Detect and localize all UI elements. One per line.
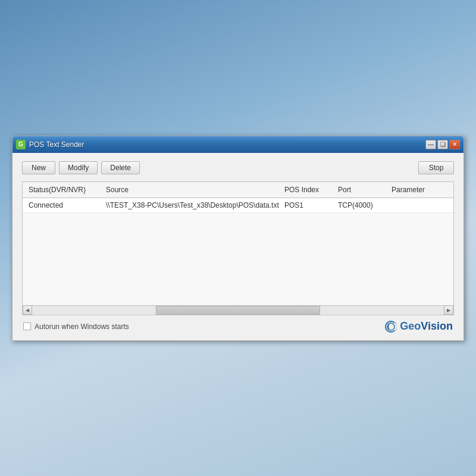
scroll-track[interactable]: [32, 306, 444, 315]
cell-status: Connected: [26, 200, 104, 211]
window-title: POS Text Sender: [29, 140, 425, 149]
table-row[interactable]: Connected \\TEST_X38-PC\Users\Test_x38\D…: [23, 198, 453, 213]
app-icon: G: [16, 140, 26, 149]
geovision-logo: GeoVision: [384, 320, 453, 333]
minimize-button[interactable]: —: [425, 140, 436, 149]
restore-button[interactable]: ❑: [437, 140, 448, 149]
col-header-status: Status(DVR/NVR): [26, 184, 104, 195]
geovision-icon: [384, 320, 397, 333]
window-body: New Modify Delete Stop Status(DVR/NVR) S…: [12, 153, 464, 340]
new-button[interactable]: New: [22, 161, 55, 174]
horizontal-scrollbar[interactable]: ◀ ▶: [22, 306, 454, 315]
logo-text: GeoVision: [400, 320, 453, 333]
modify-button[interactable]: Modify: [59, 161, 98, 174]
col-header-port: Port: [336, 184, 389, 195]
stop-button[interactable]: Stop: [418, 161, 454, 174]
table-header: Status(DVR/NVR) Source POS Index Port Pa…: [23, 182, 453, 198]
cell-source: \\TEST_X38-PC\Users\Test_x38\Desktop\POS…: [104, 200, 282, 211]
autorun-row: Autorun when Windows starts: [23, 322, 129, 331]
delete-button[interactable]: Delete: [101, 161, 140, 174]
scroll-thumb[interactable]: [156, 306, 321, 315]
cell-port: TCP(4000): [336, 200, 389, 211]
window-controls: — ❑ ✕: [425, 140, 460, 149]
col-header-pos-index: POS Index: [282, 184, 336, 195]
title-bar: G POS Text Sender — ❑ ✕: [12, 136, 464, 153]
scroll-right-button[interactable]: ▶: [444, 305, 453, 315]
col-header-source: Source: [104, 184, 282, 195]
cell-pos-index: POS1: [282, 200, 336, 211]
main-window: G POS Text Sender — ❑ ✕ New Modify Delet…: [12, 136, 464, 341]
close-button[interactable]: ✕: [449, 140, 460, 149]
col-header-parameter: Parameter: [389, 184, 454, 195]
autorun-label: Autorun when Windows starts: [35, 322, 129, 331]
logo-geo: Geo: [400, 320, 421, 332]
logo-vision: Vision: [421, 320, 453, 332]
footer: Autorun when Windows starts GeoVision: [22, 320, 454, 333]
toolbar: New Modify Delete Stop: [22, 161, 454, 174]
table-body: Connected \\TEST_X38-PC\Users\Test_x38\D…: [23, 198, 453, 305]
autorun-checkbox[interactable]: [23, 322, 31, 330]
scroll-left-button[interactable]: ◀: [23, 305, 32, 315]
data-table: Status(DVR/NVR) Source POS Index Port Pa…: [22, 181, 454, 306]
cell-parameter: [389, 200, 454, 211]
toolbar-left: New Modify Delete: [22, 161, 140, 174]
